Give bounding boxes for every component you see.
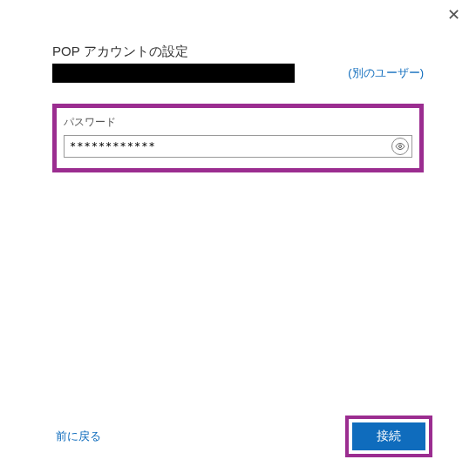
close-icon: ✕ [447, 6, 460, 24]
account-row: (別のユーザー) [52, 64, 424, 86]
back-link[interactable]: 前に戻る [56, 429, 101, 444]
main-content: POP アカウントの設定 (別のユーザー) パスワード [0, 0, 476, 172]
footer: 前に戻る 接続 [0, 416, 476, 457]
page-title: POP アカウントの設定 [52, 44, 424, 60]
account-email-redacted [52, 64, 295, 83]
other-user-link[interactable]: (別のユーザー) [348, 65, 424, 81]
close-button[interactable]: ✕ [447, 7, 460, 23]
password-input-wrap [64, 135, 412, 158]
connect-button-highlight: 接続 [345, 416, 432, 457]
connect-button[interactable]: 接続 [352, 422, 425, 450]
svg-point-0 [399, 145, 402, 148]
reveal-password-icon[interactable] [391, 138, 409, 155]
password-section: パスワード [52, 104, 424, 172]
password-label: パスワード [64, 115, 412, 130]
password-input[interactable] [65, 138, 391, 155]
